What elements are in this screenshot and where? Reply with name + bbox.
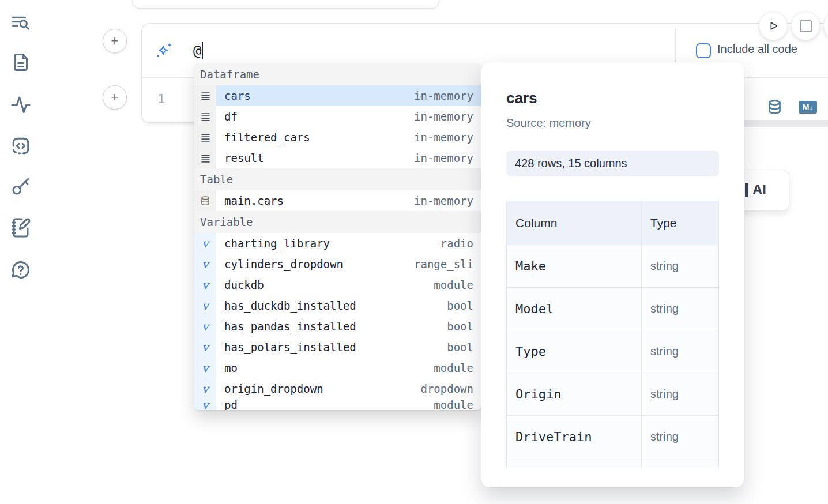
variable-icon: v: [202, 382, 208, 396]
item-gutter: v: [194, 378, 216, 399]
list-search-icon[interactable]: [10, 13, 31, 33]
autocomplete-item[interactable]: main.carsin-memory: [194, 190, 481, 211]
schema-table: ColumnTypeMakestringModelstringTypestrin…: [506, 201, 719, 468]
item-type: in-memory: [414, 110, 473, 123]
sidebar: [0, 0, 42, 504]
document-icon[interactable]: [10, 52, 31, 73]
autocomplete-item[interactable]: carsin-memory: [194, 85, 481, 106]
play-icon: [767, 20, 780, 32]
variable-icon: v: [202, 319, 208, 333]
autocomplete-item[interactable]: vmomodule: [194, 358, 481, 378]
previous-cell-edge: [132, 0, 439, 9]
autocomplete-item[interactable]: vpdmodule: [194, 399, 481, 410]
item-gutter: v: [194, 316, 216, 337]
item-name: has_pandas_installed: [224, 320, 356, 333]
add-cell-button-top[interactable]: +: [103, 29, 127, 53]
autocomplete-item[interactable]: vhas_duckdb_installedbool: [194, 295, 481, 316]
autocomplete-item[interactable]: dfin-memory: [194, 106, 481, 127]
schema-row-partial: [507, 458, 719, 468]
item-type: dropdown: [420, 382, 473, 395]
notebook-app: + + @ Include all code 1: [0, 0, 828, 504]
item-name: has_duckdb_installed: [224, 299, 356, 312]
schema-header-cell: Type: [642, 201, 719, 245]
item-name: has_polars_installed: [224, 341, 356, 353]
item-name: filtered_cars: [224, 131, 310, 144]
database-icon[interactable]: [767, 99, 782, 115]
run-button[interactable]: [759, 12, 788, 40]
autocomplete-item[interactable]: vduckdbmodule: [194, 274, 481, 295]
include-all-code-checkbox[interactable]: [696, 43, 711, 58]
key-icon[interactable]: [10, 176, 31, 197]
item-type: in-memory: [414, 152, 473, 164]
item-gutter: [194, 85, 216, 106]
item-gutter: [194, 148, 216, 168]
activity-icon[interactable]: [10, 94, 31, 115]
dataframe-icon: [201, 133, 210, 142]
item-name: result: [224, 152, 264, 164]
autocomplete-item[interactable]: vcylinders_dropdownrange_sli: [194, 254, 481, 274]
help-icon[interactable]: [10, 259, 31, 280]
item-type: bool: [447, 320, 473, 333]
autocomplete-item[interactable]: vhas_pandas_installedbool: [194, 316, 481, 337]
item-gutter: v: [194, 337, 216, 358]
item-name: main.cars: [224, 194, 284, 207]
item-gutter: v: [194, 274, 216, 295]
shape-badge: 428 rows, 15 columns: [506, 151, 719, 176]
table-db-icon: [200, 195, 210, 206]
item-gutter: [194, 127, 216, 148]
scratchpad-icon[interactable]: [10, 217, 31, 238]
item-gutter: [194, 106, 216, 127]
item-type: bool: [447, 299, 473, 312]
autocomplete-group-header: Variable: [194, 211, 481, 233]
item-name: duckdb: [224, 279, 264, 291]
autocomplete-group-header: Dataframe: [194, 63, 481, 85]
column-name: Make: [507, 245, 642, 288]
column-name: Type: [507, 330, 642, 373]
column-type: string: [642, 245, 719, 288]
schema-table-wrap: ColumnTypeMakestringModelstringTypestrin…: [506, 201, 719, 468]
item-type: in-memory: [414, 194, 473, 207]
dataframe-icon: [201, 153, 210, 163]
ai-prompt-input[interactable]: @: [193, 42, 203, 59]
ai-card-label: AI: [752, 182, 766, 198]
autocomplete-item[interactable]: filtered_carsin-memory: [194, 127, 481, 148]
schema-row: DriveTrainstring: [507, 416, 719, 458]
code-cell-icon[interactable]: [10, 136, 31, 156]
item-type: in-memory: [414, 131, 473, 144]
item-type: module: [434, 279, 473, 291]
schema-header-row: ColumnType: [507, 201, 719, 245]
item-type: bool: [447, 341, 473, 353]
autocomplete-item[interactable]: vorigin_dropdowndropdown: [194, 378, 481, 399]
dataframe-preview-panel: cars Source: memory 428 rows, 15 columns…: [481, 62, 744, 487]
item-name: pd: [224, 399, 238, 410]
markdown-icon[interactable]: M↓: [799, 101, 817, 114]
variable-icon: v: [202, 299, 208, 313]
variable-icon: v: [202, 278, 208, 292]
stop-button[interactable]: [791, 12, 820, 40]
item-type: range_sli: [414, 258, 473, 270]
column-name: Model: [507, 288, 642, 330]
autocomplete-popup: Dataframecarsin-memorydfin-memoryfiltere…: [194, 63, 481, 410]
autocomplete-item[interactable]: resultin-memory: [194, 148, 481, 168]
schema-row: Typestring: [507, 330, 719, 373]
variable-icon: v: [202, 340, 208, 354]
autocomplete-item[interactable]: vcharting_libraryradio: [194, 233, 481, 254]
add-cell-button-bottom[interactable]: +: [103, 85, 127, 110]
variable-icon: v: [202, 257, 208, 271]
dataframe-icon: [201, 112, 210, 122]
preview-source: Source: memory: [506, 116, 719, 130]
cell-toolbar: M↓: [767, 99, 817, 115]
autocomplete-group-header: Table: [194, 168, 481, 190]
column-type: string: [642, 373, 719, 416]
autocomplete-item[interactable]: vhas_polars_installedbool: [194, 337, 481, 358]
item-gutter: v: [194, 358, 216, 378]
item-type: module: [434, 362, 473, 374]
item-type: radio: [441, 237, 473, 250]
ai-sparkle-icon: [156, 42, 173, 59]
column-type: string: [642, 288, 719, 330]
schema-row: Makestring: [507, 245, 719, 288]
schema-header-cell: Column: [507, 201, 642, 245]
item-type: module: [434, 399, 473, 410]
schema-row: Originstring: [507, 373, 719, 416]
variable-icon: v: [202, 361, 208, 375]
